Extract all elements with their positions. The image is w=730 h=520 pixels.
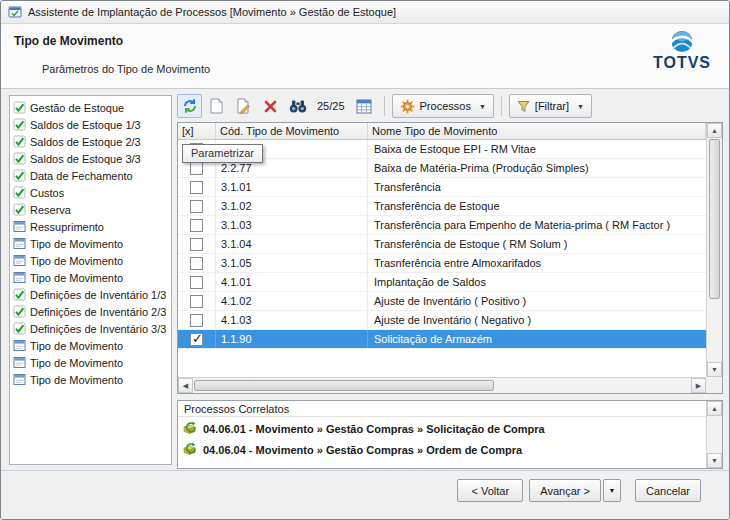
sidebar-item[interactable]: Tipo de Movimento (10, 354, 171, 371)
table-row[interactable]: 3.1.05 Trasnferência entre Almoxarifados (178, 254, 706, 273)
table-row[interactable]: 3.1.04 Transferência de Estoque ( RM Sol… (178, 235, 706, 254)
scrollbar-track[interactable] (495, 378, 691, 393)
process-icon (182, 442, 197, 457)
sidebar-item[interactable]: Saldos de Estoque 3/3 (10, 150, 171, 167)
delete-button[interactable] (258, 94, 283, 118)
sidebar-item[interactable]: Saldos de Estoque 1/3 (10, 116, 171, 133)
scrollbar-thumb[interactable] (194, 380, 494, 391)
scroll-up-button[interactable]: ▲ (707, 401, 722, 416)
correlatos-title: Processos Correlatos (178, 401, 722, 417)
sidebar-item[interactable]: Tipo de Movimento (10, 371, 171, 388)
cancelar-button[interactable]: Cancelar (635, 479, 701, 502)
record-counter: 25/25 (312, 100, 350, 112)
scroll-down-button[interactable]: ▼ (707, 362, 722, 377)
sidebar-item[interactable]: Definições de Inventário 1/3 (10, 286, 171, 303)
row-name: Trasnferência entre Almoxarifados (368, 254, 706, 272)
row-checkbox[interactable] (190, 257, 203, 270)
scroll-left-button[interactable]: ◀ (178, 378, 193, 393)
table-row[interactable]: 4.1.02 Ajuste de Inventário ( Positivo ) (178, 292, 706, 311)
vertical-scrollbar[interactable]: ▲ ▼ (706, 401, 722, 468)
processos-button[interactable]: Processos ▼ (392, 94, 494, 118)
table-row[interactable]: 3.1.03 Transferência para Empenho de Mat… (178, 216, 706, 235)
row-code: 3.1.01 (216, 178, 368, 196)
column-header-code[interactable]: Cód. Tipo de Movimento (216, 123, 368, 139)
sidebar-item-label: Saldos de Estoque 2/3 (30, 136, 141, 148)
avancar-button[interactable]: Avançar > (529, 479, 601, 502)
column-header-name[interactable]: Nome Tipo de Movimento (368, 123, 706, 139)
check-icon (13, 186, 26, 199)
sidebar-item[interactable]: Custos (10, 184, 171, 201)
table-row[interactable]: 4.1.03 Ajuste de Inventário ( Negativo ) (178, 311, 706, 330)
row-name: Solicitação de Armazém (368, 330, 706, 348)
sidebar-item[interactable]: Ressuprimento (10, 218, 171, 235)
sidebar-item-label: Reserva (30, 204, 71, 216)
row-checkbox[interactable] (190, 333, 203, 346)
sidebar-item[interactable]: Tipo de Movimento (10, 337, 171, 354)
sidebar-item[interactable]: Tipo de Movimento (10, 269, 171, 286)
row-code: 3.1.04 (216, 235, 368, 253)
row-checkbox[interactable] (190, 295, 203, 308)
process-icon (182, 421, 197, 436)
check-icon (13, 135, 26, 148)
processos-label: Processos (420, 100, 471, 112)
row-checkbox[interactable] (190, 314, 203, 327)
avancar-dropdown-button[interactable]: ▼ (603, 479, 621, 502)
sidebar-item-label: Saldos de Estoque 3/3 (30, 153, 141, 165)
scroll-right-button[interactable]: ▶ (691, 378, 706, 393)
new-document-button[interactable] (204, 94, 229, 118)
sidebar-item[interactable]: Tipo de Movimento (10, 235, 171, 252)
column-header-checked[interactable]: [x] (178, 123, 216, 139)
filtrar-label: [Filtrar] (535, 100, 569, 112)
row-name: Baixa de Matéria-Prima (Produção Simples… (368, 159, 706, 177)
row-checkbox-cell (178, 178, 216, 196)
row-checkbox[interactable] (190, 238, 203, 251)
check-icon (13, 203, 26, 216)
sidebar-item[interactable]: Definições de Inventário 2/3 (10, 303, 171, 320)
scrollbar-corner (706, 377, 722, 393)
scroll-down-button[interactable]: ▼ (707, 453, 722, 468)
scroll-up-button[interactable]: ▲ (707, 123, 722, 138)
check-icon (13, 118, 26, 131)
sidebar-item[interactable]: Reserva (10, 201, 171, 218)
wizard-header: Tipo de Movimento Parâmetros do Tipo de … (1, 24, 729, 89)
vertical-scrollbar[interactable]: ▲ ▼ (706, 123, 722, 377)
table-row[interactable]: 4.1.01 Implantação de Saldos (178, 273, 706, 292)
correlatos-panel: Processos Correlatos 04.06.01 - Moviment… (177, 400, 723, 469)
sidebar-item[interactable]: Tipo de Movimento (10, 252, 171, 269)
table-row[interactable]: 1.1.90 Solicitação de Armazém (178, 330, 706, 349)
search-button[interactable] (285, 94, 310, 118)
sidebar-item[interactable]: Data de Fechamento (10, 167, 171, 184)
window-title: Assistente de Implantação de Processos [… (28, 6, 396, 18)
row-checkbox[interactable] (190, 200, 203, 213)
sidebar-item[interactable]: Definições de Inventário 3/3 (10, 320, 171, 337)
table-row[interactable]: 3.1.01 Transferência (178, 178, 706, 197)
grid-header: [x] Cód. Tipo de Movimento Nome Tipo de … (178, 123, 706, 140)
filtrar-button[interactable]: [Filtrar] ▼ (509, 94, 592, 118)
edit-button[interactable] (231, 94, 256, 118)
row-checkbox[interactable] (190, 181, 203, 194)
check-icon (13, 101, 26, 114)
grid-view-button[interactable] (352, 94, 377, 118)
scrollbar-track[interactable] (707, 300, 722, 362)
row-checkbox[interactable] (190, 276, 203, 289)
row-name: Ajuste de Inventário ( Negativo ) (368, 311, 706, 329)
sidebar-item-label: Gestão de Estoque (30, 102, 124, 114)
parametrizar-button[interactable] (177, 94, 202, 118)
sidebar-item-label: Tipo de Movimento (30, 255, 123, 267)
row-checkbox-cell (178, 216, 216, 234)
row-checkbox-cell (178, 292, 216, 310)
check-icon (13, 152, 26, 165)
sidebar-item[interactable]: Saldos de Estoque 2/3 (10, 133, 171, 150)
check-icon (13, 305, 26, 318)
table-row[interactable]: 3.1.02 Transferência de Estoque (178, 197, 706, 216)
list-item[interactable]: 04.06.01 - Movimento » Gestão Compras » … (178, 418, 706, 439)
row-checkbox[interactable] (190, 219, 203, 232)
row-checkbox[interactable] (190, 162, 203, 175)
list-item[interactable]: 04.06.04 - Movimento » Gestão Compras » … (178, 439, 706, 460)
scrollbar-thumb[interactable] (709, 139, 720, 299)
voltar-button[interactable]: < Voltar (457, 479, 523, 502)
form-icon (13, 254, 26, 267)
gear-icon (400, 99, 415, 114)
horizontal-scrollbar[interactable]: ◀ ▶ (178, 377, 706, 393)
sidebar-item[interactable]: Gestão de Estoque (10, 99, 171, 116)
